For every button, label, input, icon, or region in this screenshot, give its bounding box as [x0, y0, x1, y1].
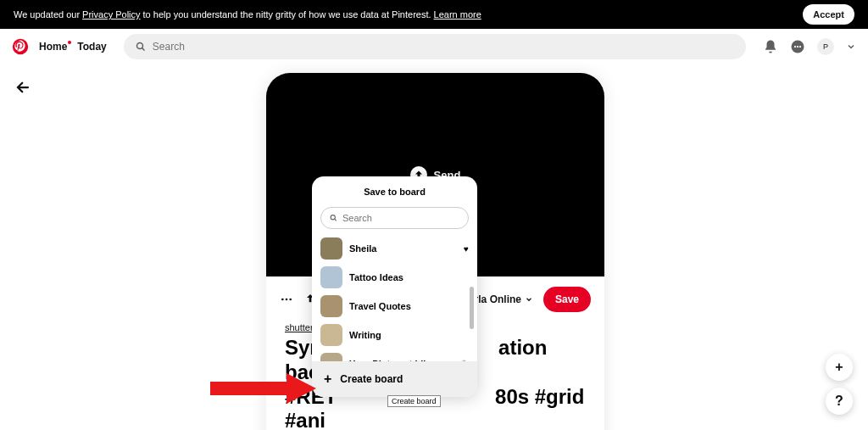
board-search[interactable]: [320, 207, 469, 229]
search-icon: [330, 214, 337, 222]
svg-point-7: [281, 299, 284, 301]
bell-icon[interactable]: [763, 39, 778, 54]
svg-marker-13: [287, 373, 316, 404]
svg-point-5: [797, 46, 798, 47]
svg-point-8: [286, 299, 288, 301]
svg-line-2: [142, 48, 144, 51]
svg-point-9: [289, 299, 292, 301]
create-board-label: Create board: [340, 373, 403, 385]
accept-button[interactable]: Accept: [803, 4, 854, 25]
chat-icon[interactable]: [790, 39, 805, 54]
back-button[interactable]: [15, 80, 31, 95]
board-item[interactable]: Your Pinterest Likes 🔒: [312, 349, 477, 361]
svg-rect-12: [210, 382, 287, 395]
chevron-down-icon: [525, 295, 533, 304]
svg-point-6: [799, 46, 801, 47]
board-name: Writing: [349, 330, 469, 340]
privacy-banner: We updated our Privacy Policy to help yo…: [0, 0, 868, 29]
nav-today[interactable]: Today: [77, 41, 106, 53]
board-name: Travel Quotes: [349, 301, 469, 311]
more-icon[interactable]: [280, 293, 293, 306]
search-icon: [136, 42, 146, 52]
board-search-input[interactable]: [342, 213, 459, 223]
privacy-policy-link[interactable]: Privacy Policy: [82, 9, 140, 20]
heart-icon: ♥: [464, 244, 469, 254]
top-nav: Home Today P: [0, 29, 868, 64]
banner-text: to help you understand the nitty gritty …: [143, 9, 431, 20]
board-item[interactable]: Travel Quotes: [312, 292, 477, 321]
banner-text: We updated our: [14, 9, 80, 20]
learn-more-link[interactable]: Learn more: [434, 9, 481, 20]
save-popover: Save to board Sheila ♥ Tattoo Ideas Trav…: [312, 176, 477, 397]
scrollbar[interactable]: [470, 287, 474, 329]
svg-point-4: [794, 46, 796, 47]
lock-icon: 🔒: [459, 360, 469, 362]
svg-line-11: [335, 219, 337, 221]
search-input[interactable]: [153, 41, 734, 53]
svg-point-10: [331, 215, 335, 220]
board-name: Sheila: [349, 243, 457, 254]
user-avatar[interactable]: P: [817, 38, 834, 55]
pinterest-logo[interactable]: [12, 38, 29, 55]
board-thumb: [320, 295, 342, 317]
board-item[interactable]: Sheila ♥: [312, 234, 477, 263]
nav-home[interactable]: Home: [39, 41, 67, 53]
create-board-button[interactable]: + Create board: [312, 361, 477, 397]
add-fab[interactable]: +: [826, 354, 853, 381]
board-name: Tattoo Ideas: [349, 272, 469, 282]
board-thumb: [320, 324, 342, 346]
popover-title: Save to board: [312, 176, 477, 204]
board-list: Sheila ♥ Tattoo Ideas Travel Quotes Writ…: [312, 234, 477, 361]
board-thumb: [320, 353, 342, 361]
chevron-down-icon[interactable]: [846, 42, 856, 52]
svg-point-1: [136, 43, 142, 49]
board-thumb: [320, 237, 342, 260]
help-fab[interactable]: ?: [826, 388, 853, 415]
tooltip: Create board: [387, 395, 441, 407]
save-button[interactable]: Save: [543, 287, 591, 312]
instruction-arrow: [210, 373, 316, 404]
board-item[interactable]: Tattoo Ideas: [312, 263, 477, 292]
search-bar[interactable]: [124, 34, 746, 59]
plus-icon: +: [324, 371, 331, 387]
board-name: Your Pinterest Likes: [349, 359, 452, 361]
board-thumb: [320, 266, 342, 288]
board-item[interactable]: Writing: [312, 321, 477, 349]
